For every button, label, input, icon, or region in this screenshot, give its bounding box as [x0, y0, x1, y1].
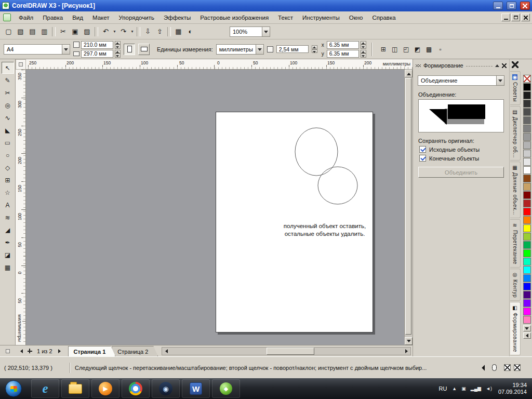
close-button[interactable]	[520, 2, 530, 10]
graph-paper-tool[interactable]: ⊞	[2, 174, 14, 186]
no-color-swatch[interactable]	[523, 75, 531, 83]
docker-tab-blend[interactable]: ≋ Перетекание	[510, 219, 521, 268]
palette-flyout-button[interactable]	[523, 332, 531, 339]
color-swatch[interactable]	[523, 133, 531, 141]
dropdown-arrow-icon[interactable]	[62, 45, 70, 54]
color-swatch[interactable]	[523, 291, 531, 299]
scroll-right-button[interactable]	[403, 348, 410, 355]
weld-apply-button[interactable]: Объединить	[418, 167, 504, 178]
tray-network-icon[interactable]: ▂▄▆	[471, 386, 481, 391]
dropdown-arrow-icon[interactable]	[262, 27, 270, 36]
scroll-left-button[interactable]	[162, 348, 170, 355]
color-swatch[interactable]	[523, 141, 531, 149]
shape-tool[interactable]: ✎	[2, 74, 14, 86]
open-icon[interactable]: ▧	[15, 26, 26, 37]
document-page[interactable]: полученный объект оставить, остальные об…	[216, 112, 373, 332]
color-swatch[interactable]	[523, 299, 531, 307]
horizontal-scroll-thumb[interactable]	[267, 348, 314, 355]
color-swatch[interactable]	[523, 100, 531, 108]
taskbar-ie-icon[interactable]: e	[31, 379, 59, 398]
duplicate-y-field[interactable]: 6.35 мм	[327, 50, 359, 58]
page-width-field[interactable]: 210.0 мм	[81, 41, 113, 49]
language-indicator[interactable]: RU	[438, 385, 447, 392]
rectangle-tool[interactable]: ▭	[2, 137, 14, 149]
vertical-scroll-thumb[interactable]	[405, 78, 411, 335]
doc-close-button[interactable]	[521, 14, 530, 21]
snap-to-guidelines-icon[interactable]: ◫	[389, 44, 401, 55]
menu-layout[interactable]: Макет	[88, 13, 114, 22]
color-swatch[interactable]	[523, 83, 531, 91]
portrait-button[interactable]	[124, 44, 135, 55]
color-swatch[interactable]	[523, 116, 531, 124]
tray-volume-icon[interactable]: ◄)	[486, 386, 492, 391]
print-icon[interactable]: ▥	[38, 26, 50, 37]
color-swatch[interactable]	[523, 224, 531, 232]
taskbar-steam-icon[interactable]: ◉	[152, 379, 180, 398]
color-swatch[interactable]	[523, 125, 531, 132]
horizontal-ruler[interactable]: 25020015010050050100150200 миллиметры	[26, 59, 413, 70]
eyedropper-tool[interactable]: ◢	[2, 224, 14, 236]
page-tab-2[interactable]: Страница 2	[112, 346, 158, 356]
color-swatch[interactable]	[523, 266, 531, 274]
freehand-tool[interactable]: ∿	[2, 112, 14, 124]
color-swatch[interactable]	[523, 316, 531, 324]
treat-as-filled-icon[interactable]: ▩	[423, 44, 435, 55]
target-objects-checkbox[interactable]	[419, 155, 426, 162]
doc-restore-button[interactable]	[511, 14, 520, 21]
zoom-level-combo[interactable]: 100%	[230, 26, 270, 37]
menu-view[interactable]: Вид	[68, 13, 88, 22]
redo-dropdown-icon[interactable]: ▾	[129, 26, 135, 37]
basic-shapes-tool[interactable]: ☆	[2, 187, 14, 198]
menu-bitmaps[interactable]: Растровые изображения	[195, 13, 273, 22]
prev-page-button[interactable]	[17, 347, 25, 355]
text-tool[interactable]: A	[2, 199, 14, 211]
scroll-down-button[interactable]	[405, 337, 413, 345]
fill-tool[interactable]: ◪	[2, 249, 14, 261]
maximize-button[interactable]	[507, 2, 516, 10]
outline-pen-tool[interactable]: ✒	[2, 236, 14, 248]
menu-edit[interactable]: Правка	[38, 13, 68, 22]
scroll-up-button[interactable]	[405, 70, 413, 77]
nudge-offset-field[interactable]: 2,54 мм	[276, 45, 309, 53]
shaping-mode-combo[interactable]: Объединение	[418, 75, 504, 86]
page-tab-1[interactable]: Страница 1	[68, 346, 116, 356]
menu-help[interactable]: Справка	[368, 13, 401, 22]
pick-tool[interactable]: ↖	[2, 62, 14, 74]
import-icon[interactable]: ⇩	[142, 26, 154, 37]
color-swatch[interactable]	[523, 274, 531, 282]
color-swatch[interactable]	[523, 208, 531, 216]
color-swatch[interactable]	[523, 200, 531, 207]
dropdown-arrow-icon[interactable]	[256, 45, 263, 54]
docker-tab-object-manager[interactable]: ▤ Диспетчер об...	[510, 106, 521, 161]
dropdown-arrow-icon[interactable]	[496, 76, 504, 85]
color-swatch[interactable]	[523, 249, 531, 257]
minimize-button[interactable]	[493, 2, 503, 10]
taskbar-clock[interactable]: 19:34 07.09.2014	[498, 382, 527, 395]
color-swatch[interactable]	[523, 175, 531, 182]
dynamic-guides-icon[interactable]: ◩	[412, 44, 423, 55]
snap-to-grid-icon[interactable]: ⊞	[378, 44, 389, 55]
taskbar-explorer-icon[interactable]	[61, 379, 89, 398]
color-swatch[interactable]	[523, 166, 531, 174]
menu-file[interactable]: Файл	[14, 13, 38, 22]
page-width-spinner[interactable]	[115, 41, 121, 49]
taskbar-green-app-icon[interactable]: ◆	[212, 379, 240, 398]
color-swatch[interactable]	[523, 258, 531, 265]
menu-tools[interactable]: Инструменты	[298, 13, 344, 22]
docker-tab-object-data[interactable]: ▦ Данные объек...	[510, 162, 521, 218]
interactive-fill-tool[interactable]: ▦	[2, 261, 14, 273]
horizontal-scrollbar[interactable]	[162, 347, 411, 355]
new-icon[interactable]: ▢	[3, 26, 15, 37]
landscape-button[interactable]	[138, 44, 150, 55]
undo-dropdown-icon[interactable]: ▾	[112, 26, 117, 37]
ruler-origin-corner[interactable]	[16, 59, 26, 70]
color-swatch[interactable]	[523, 191, 531, 199]
drawing-canvas[interactable]: полученный объект оставить, остальные об…	[26, 70, 404, 345]
docker-tab-contour[interactable]: ◎ Контур	[510, 269, 521, 301]
duplicate-x-spinner[interactable]	[361, 41, 366, 49]
tray-display-icon[interactable]: ▣	[461, 386, 466, 391]
doc-minimize-button[interactable]	[501, 14, 510, 21]
ellipse-tool[interactable]: ○	[2, 149, 14, 161]
vertical-scrollbar[interactable]	[404, 70, 413, 345]
duplicate-x-field[interactable]: 6.35 мм	[327, 41, 359, 49]
